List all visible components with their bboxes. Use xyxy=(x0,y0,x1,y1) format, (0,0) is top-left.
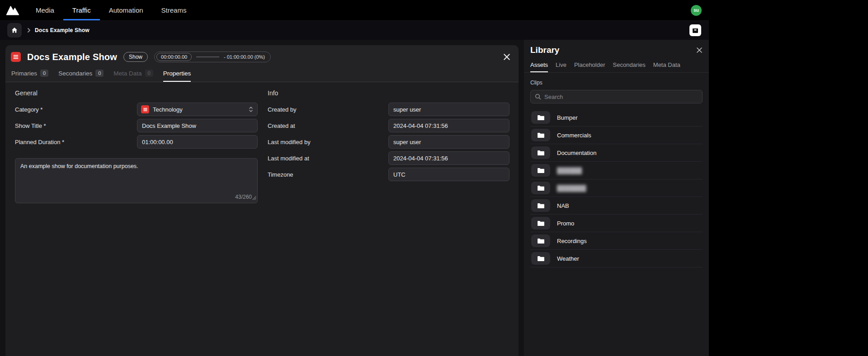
last-modified-by-label: Last modified by xyxy=(268,139,388,145)
folder-row-documentation[interactable]: Documentation xyxy=(530,144,703,162)
created-at-value[interactable] xyxy=(388,119,509,132)
field-row-show-title: Show Title * xyxy=(15,119,258,132)
library-tabs: Assets Live Placeholder Secondaries Meta… xyxy=(524,55,709,73)
field-row-category: Category * Technology xyxy=(15,103,258,116)
folder-row-promo[interactable]: Promo xyxy=(530,215,703,232)
description-textarea[interactable]: An example show for documentation purpos… xyxy=(15,159,257,203)
show-title-input[interactable] xyxy=(137,119,258,132)
breadcrumb-current: Docs Example Show xyxy=(35,27,90,33)
tab-label: Meta Data xyxy=(113,70,142,77)
folder-list: Bumper Commercials Documentation ██████ … xyxy=(530,109,703,267)
folder-row-nab[interactable]: NAB xyxy=(530,197,703,215)
category-label: Category * xyxy=(15,106,137,113)
folder-icon[interactable] xyxy=(531,111,550,124)
char-counter: 43/260 xyxy=(235,194,252,200)
show-panel-header: Docs Example Show Show 00:00:00.00 - 01:… xyxy=(5,45,519,82)
folder-icon[interactable] xyxy=(531,146,550,159)
category-select[interactable]: Technology xyxy=(137,103,258,116)
field-row-created-by: Created by xyxy=(268,103,509,116)
library-tab-assets[interactable]: Assets xyxy=(530,61,548,72)
nav-media[interactable]: Media xyxy=(27,0,63,20)
folder-label: Bumper xyxy=(557,114,578,121)
field-row-created-at: Created at xyxy=(268,119,509,132)
tab-count-badge: 0 xyxy=(40,70,48,77)
resize-handle-icon[interactable] xyxy=(252,194,256,202)
field-row-last-modified-at: Last modified at xyxy=(268,151,509,165)
folder-label: NAB xyxy=(557,202,569,209)
tab-count-badge: 0 xyxy=(145,70,153,77)
folder-label: Recordings xyxy=(557,238,587,244)
folder-icon[interactable] xyxy=(531,252,550,265)
last-modified-at-label: Last modified at xyxy=(268,155,388,162)
chevron-right-icon xyxy=(27,28,31,33)
library-search xyxy=(530,90,703,103)
clips-section-label: Clips xyxy=(524,73,709,90)
created-by-value[interactable] xyxy=(388,103,509,116)
folder-row-weather[interactable]: Weather xyxy=(530,250,703,267)
library-tab-placeholder[interactable]: Placeholder xyxy=(574,61,605,72)
progress-indicator: 00:00:00.00 - 01:00:00.00 (0%) xyxy=(154,52,271,62)
folder-row-redacted-2[interactable]: ███████ xyxy=(530,179,703,197)
timezone-label: Timezone xyxy=(268,171,388,178)
category-value: Technology xyxy=(153,106,183,113)
timezone-value[interactable] xyxy=(388,168,509,181)
progress-track xyxy=(196,56,219,57)
nav-automation[interactable]: Automation xyxy=(100,0,152,20)
show-panel: Docs Example Show Show 00:00:00.00 - 01:… xyxy=(5,45,519,356)
library-title: Library xyxy=(530,45,559,55)
folder-label: Commercials xyxy=(557,132,591,139)
created-at-label: Created at xyxy=(268,122,388,129)
general-section: General Category * Technology xyxy=(15,89,258,356)
last-modified-at-value[interactable] xyxy=(388,151,509,165)
user-avatar[interactable]: su xyxy=(691,5,702,16)
folder-icon[interactable] xyxy=(531,129,550,141)
app-logo-icon[interactable] xyxy=(0,0,27,20)
folder-icon[interactable] xyxy=(531,182,550,194)
folder-row-commercials[interactable]: Commercials xyxy=(530,126,703,144)
folder-row-bumper[interactable]: Bumper xyxy=(530,109,703,126)
folder-icon[interactable] xyxy=(531,199,550,212)
planned-duration-label: Planned Duration * xyxy=(15,139,137,145)
tab-properties[interactable]: Properties xyxy=(163,70,191,82)
folder-label: Promo xyxy=(557,220,574,227)
panel-title: Docs Example Show xyxy=(27,52,117,62)
general-heading: General xyxy=(15,89,258,97)
folder-row-redacted-1[interactable]: ██████ xyxy=(530,162,703,179)
show-list-icon xyxy=(11,52,21,62)
folder-row-recordings[interactable]: Recordings xyxy=(530,232,703,250)
tab-primaries[interactable]: Primaries 0 xyxy=(11,70,48,82)
info-heading: Info xyxy=(268,89,509,97)
app-window: Media Traffic Automation Streams su Docs… xyxy=(0,0,709,356)
elapsed-time: 00:00:00.00 xyxy=(156,53,192,61)
library-box-icon[interactable] xyxy=(689,24,702,37)
close-library-button[interactable] xyxy=(696,47,703,53)
close-panel-button[interactable] xyxy=(503,53,510,61)
tab-secondaries[interactable]: Secondaries 0 xyxy=(58,70,104,82)
search-input[interactable] xyxy=(544,94,698,100)
nav-traffic[interactable]: Traffic xyxy=(63,0,100,20)
library-tab-secondaries[interactable]: Secondaries xyxy=(613,61,646,72)
properties-body: General Category * Technology xyxy=(5,82,519,356)
close-icon xyxy=(696,47,703,53)
folder-label: Weather xyxy=(557,255,579,262)
description-field: An example show for documentation purpos… xyxy=(15,158,258,203)
library-tab-live[interactable]: Live xyxy=(556,61,566,72)
home-button[interactable] xyxy=(7,23,22,37)
library-tab-meta-data[interactable]: Meta Data xyxy=(653,61,680,72)
remaining-time: - 01:00:00.00 (0%) xyxy=(224,54,265,60)
planned-duration-input[interactable] xyxy=(137,135,258,149)
folder-icon[interactable] xyxy=(531,234,550,247)
main-nav: Media Traffic Automation Streams xyxy=(27,0,195,20)
nav-streams[interactable]: Streams xyxy=(152,0,196,20)
tab-count-badge: 0 xyxy=(95,70,104,77)
select-chevrons-icon xyxy=(248,106,254,113)
field-row-planned-duration: Planned Duration * xyxy=(15,135,258,149)
last-modified-by-value[interactable] xyxy=(388,135,509,149)
folder-icon[interactable] xyxy=(531,217,550,230)
info-section: Info Created by Created at Last modified… xyxy=(268,89,509,356)
field-row-last-modified-by: Last modified by xyxy=(268,135,509,149)
close-icon xyxy=(503,53,510,61)
tab-label: Secondaries xyxy=(58,70,92,77)
workspace: Docs Example Show Show 00:00:00.00 - 01:… xyxy=(0,40,709,356)
folder-icon[interactable] xyxy=(531,164,550,177)
